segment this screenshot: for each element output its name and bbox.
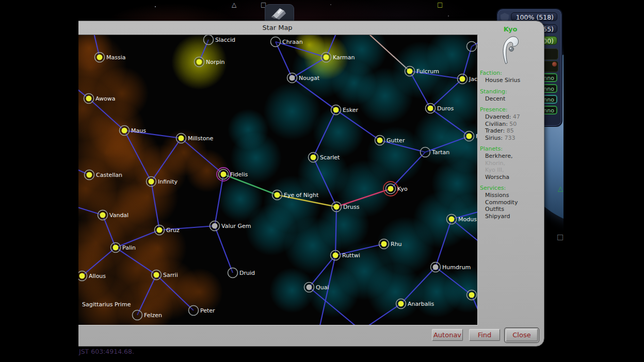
system-node-peter[interactable]: Peter	[189, 306, 216, 316]
system-label: Druid	[239, 270, 255, 276]
ship-icon	[265, 5, 294, 21]
system-node-chraan[interactable]: Chraan	[271, 37, 303, 47]
system-node-maus[interactable]: Maus	[120, 126, 147, 136]
planet-item: Khorin,	[485, 160, 541, 167]
presence-count: 47	[513, 113, 520, 120]
presence-faction: Dvaered:	[485, 113, 511, 120]
system-node-quai[interactable]: Quai	[304, 283, 329, 292]
system-node-infinity[interactable]: Infinity	[147, 177, 178, 187]
nebula-glow-layer	[77, 35, 477, 325]
service-item: Missions	[485, 192, 541, 199]
offscreen-triangle-icon: △	[558, 186, 563, 192]
system-label: Sagittarius Prime	[82, 301, 131, 308]
offscreen-square-icon: □	[557, 234, 564, 240]
hud-indicator-dot	[552, 62, 557, 67]
system-node-fulcrum[interactable]: Fulcrum	[405, 67, 440, 76]
letterbox-left	[0, 0, 78, 362]
system-label: Felzen	[144, 312, 162, 319]
system-label: Nougat	[299, 75, 320, 81]
system-node-allous[interactable]: Allous	[77, 271, 106, 281]
system-label: Maus	[131, 127, 146, 134]
system-node-gruz[interactable]: Gruz	[155, 225, 180, 235]
system-node-anarbalis[interactable]: Anarbalis	[396, 299, 434, 309]
system-label: Slaccid	[215, 37, 235, 43]
system-label: Valur Gem	[221, 223, 251, 229]
find-button[interactable]: Find	[469, 329, 500, 341]
system-node-druss[interactable]: Druss	[332, 202, 360, 212]
hyperlane	[276, 42, 292, 78]
system-node-gutter[interactable]: Gutter	[375, 136, 405, 145]
system-node-tartan[interactable]: Tartan	[421, 147, 450, 157]
system-node-palin[interactable]: Palin	[111, 243, 136, 253]
system-node-slaccid[interactable]: Slaccid	[204, 35, 235, 45]
system-node-nougat[interactable]: Nougat	[287, 73, 320, 83]
system-node-massia[interactable]: Massia	[95, 53, 126, 62]
target-ship-thumbnail[interactable]	[265, 4, 294, 22]
system-node-scarlet[interactable]: Scarlet	[309, 153, 341, 162]
system-node-humdrum[interactable]: Humdrum	[431, 262, 471, 272]
close-button[interactable]: Close	[506, 329, 538, 341]
letterbox-right	[564, 0, 644, 362]
presence-row: Civilian: 50	[485, 121, 541, 127]
system-node-eyeofnight[interactable]: Eye of Night	[272, 190, 319, 200]
system-node-karman[interactable]: Karman	[321, 53, 355, 62]
system-node-rhu[interactable]: Rhu	[379, 239, 402, 249]
system-label: Castellan	[96, 172, 122, 178]
service-item: Commodity	[485, 200, 541, 206]
system-node-sey[interactable]	[467, 290, 477, 300]
presence-count: 85	[507, 127, 514, 134]
star-map-svg[interactable]: MassiaSlaccidNorpinChraanKarmanNougatFul…	[77, 35, 477, 325]
system-node-esker[interactable]: Esker	[331, 105, 359, 115]
planet-item: Kyo III,	[485, 167, 541, 173]
system-node-duros[interactable]: Duros	[426, 104, 454, 113]
presence-row: Sirius: 733	[485, 135, 541, 141]
service-list: MissionsCommodityOutfitsShipyard	[480, 192, 541, 219]
system-label: Karman	[333, 54, 355, 61]
system-node-sagprime[interactable]: Sagittarius Prime	[82, 301, 131, 308]
system-node-norpin[interactable]: Norpin	[195, 57, 225, 67]
system-label: Chraan	[282, 39, 303, 45]
house-sirius-logo-icon	[499, 35, 522, 65]
system-label: Eye of Night	[284, 192, 319, 199]
system-info-panel: Kyo Faction: House Sirius Standing: Dece…	[480, 25, 541, 219]
system-node-millstone[interactable]: Millstone	[176, 134, 214, 143]
service-item: Shipyard	[485, 213, 541, 220]
system-label: Peter	[200, 307, 215, 314]
system-node-eastf[interactable]: F	[464, 131, 478, 141]
system-label: Tartan	[431, 149, 449, 156]
faction-value: House Sirius	[485, 77, 541, 84]
system-node-felzen[interactable]: Felzen	[133, 310, 163, 320]
waypoint-square-icon: □	[437, 2, 443, 8]
system-node-modus[interactable]: Modus M	[447, 215, 478, 224]
autonav-button[interactable]: Autonav	[432, 329, 463, 341]
system-label: Millstone	[188, 135, 213, 142]
system-label: Fulcrum	[416, 68, 439, 75]
system-label: Anarbalis	[408, 301, 434, 307]
system-node-druid[interactable]: Druid	[228, 268, 255, 278]
star-map-area[interactable]: MassiaSlaccidNorpinChraanKarmanNougatFul…	[77, 35, 478, 325]
system-label: Massia	[106, 54, 126, 61]
system-label: Esker	[343, 107, 358, 113]
system-node-ruttwi[interactable]: Ruttwi	[331, 251, 360, 260]
presence-faction: Trader:	[485, 127, 505, 134]
presence-row: Trader: 85	[485, 128, 541, 134]
system-node-awowa[interactable]: Awowa	[84, 94, 116, 104]
planet-list: Berkhere,Khorin,Kyo III,Worscha	[480, 153, 541, 180]
system-node-valurgem[interactable]: Valur Gem	[210, 221, 251, 231]
system-label: Norpin	[206, 59, 225, 65]
presence-faction: Civilian:	[485, 121, 508, 127]
system-label: Infinity	[158, 178, 178, 185]
service-item: Outfits	[485, 206, 541, 212]
system-node-nwc[interactable]	[467, 42, 477, 52]
system-node-sarrii[interactable]: Sarrii	[152, 270, 178, 280]
selected-system-name: Kyo	[480, 25, 541, 33]
presence-count: 733	[505, 135, 516, 141]
system-node-vandal[interactable]: Vandal	[98, 210, 129, 220]
system-label: Humdrum	[442, 264, 471, 271]
system-node-castellan[interactable]: Castellan	[85, 170, 123, 180]
window-title: Star Map	[77, 21, 478, 35]
system-label: Awowa	[95, 95, 116, 102]
hyperlane	[215, 226, 233, 273]
standing-value: Decent	[485, 96, 541, 102]
system-label: Gutter	[387, 137, 405, 144]
